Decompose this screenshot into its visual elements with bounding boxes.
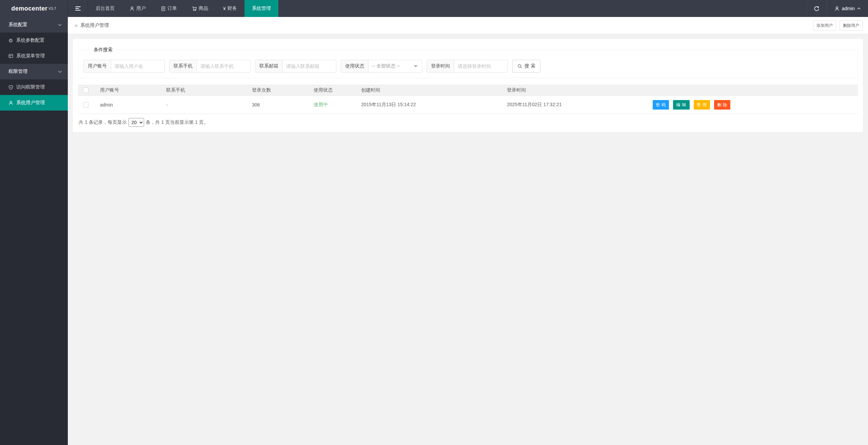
password-button[interactable]: 密 码 — [653, 100, 669, 110]
chevron-down-icon — [58, 71, 62, 73]
window-icon — [8, 54, 13, 58]
nav-item-label: 系统管理 — [252, 5, 271, 12]
delete-button[interactable]: 删 除 — [714, 100, 730, 110]
col-header-status: 使用状态 — [309, 87, 356, 93]
main-content: » 系统用户管理 添加用户 删除用户 条件搜索 用户账号 联系手机 联系邮箱 — [68, 17, 868, 445]
gear-icon: ⚙ — [8, 38, 13, 43]
page-size-select[interactable]: 20 — [129, 118, 144, 127]
username: admin — [842, 6, 855, 11]
cell-account: admin — [95, 102, 161, 108]
nav-item-finance[interactable]: ¥ 财务 — [216, 0, 244, 17]
phone-input[interactable] — [197, 60, 250, 72]
search-fieldset: 条件搜索 用户账号 联系手机 联系邮箱 使用状态 -- 全部 — [78, 47, 858, 78]
col-header-created: 创建时间 — [356, 87, 502, 93]
chevron-up-icon — [857, 7, 861, 9]
users-table: 用户账号 联系手机 登录次数 使用状态 创建时间 登录时间 admin - 30… — [78, 85, 858, 114]
col-header-account: 用户账号 — [95, 87, 161, 93]
sidebar-item-label: 系统参数配置 — [16, 37, 44, 43]
top-header: democenterV3.7 后台首页 用户 订单 商品 ¥ 财务 — [0, 0, 868, 17]
select-arrow-icon — [414, 65, 418, 67]
user-menu[interactable]: admin — [827, 0, 868, 17]
filter-login-time-label: 登录时间 — [427, 60, 454, 72]
nav-item-home[interactable]: 后台首页 — [88, 0, 122, 17]
search-filters: 用户账号 联系手机 联系邮箱 使用状态 -- 全部状态 -- — [83, 60, 852, 73]
content-card: 条件搜索 用户账号 联系手机 联系邮箱 使用状态 -- 全部 — [73, 39, 863, 132]
search-legend: 条件搜索 — [90, 47, 116, 53]
row-actions: 密 码 编 辑 禁 用 删 除 — [648, 100, 858, 110]
filter-status: 使用状态 -- 全部状态 -- — [341, 60, 422, 73]
col-header-last-login: 登录时间 — [502, 87, 648, 93]
collapse-menu-button[interactable] — [68, 0, 88, 17]
nav-item-system[interactable]: 系统管理 — [244, 0, 278, 17]
cart-icon — [192, 6, 197, 11]
disable-button[interactable]: 禁 用 — [694, 100, 710, 110]
sidebar-group-label: 权限管理 — [8, 69, 27, 75]
top-nav: 后台首页 用户 订单 商品 ¥ 财务 系统管理 — [88, 0, 278, 17]
chevron-down-icon — [58, 24, 62, 26]
person-icon — [8, 100, 13, 105]
table-row: admin - 306 使用中 2015年11月13日 15:14:22 202… — [78, 96, 858, 114]
filter-phone-label: 联系手机 — [170, 60, 197, 72]
refresh-icon — [814, 6, 820, 12]
add-user-button[interactable]: 添加用户 — [813, 20, 836, 31]
cell-last-login: 2025年11月02日 17:32:21 — [502, 102, 648, 108]
search-button-label: 搜 索 — [525, 63, 535, 69]
cell-phone: - — [161, 102, 247, 108]
filter-email: 联系邮箱 — [255, 60, 336, 73]
search-button[interactable]: 搜 索 — [512, 60, 540, 73]
search-icon — [517, 64, 522, 69]
yen-icon: ¥ — [223, 6, 226, 11]
account-input[interactable] — [111, 60, 164, 72]
breadcrumb-bar: » 系统用户管理 添加用户 删除用户 — [68, 17, 868, 34]
page-title: 系统用户管理 — [80, 22, 109, 28]
nav-item-label: 用户 — [136, 5, 146, 12]
user-icon — [130, 6, 135, 11]
sidebar-item-system-params[interactable]: ⚙ 系统参数配置 — [0, 33, 68, 48]
app-version: V3.7 — [48, 7, 56, 11]
filter-email-label: 联系邮箱 — [255, 60, 283, 72]
status-select[interactable]: -- 全部状态 -- — [369, 60, 422, 72]
pagination-suffix: 条，共 1 页当前显示第 1 页。 — [146, 119, 209, 125]
row-checkbox[interactable] — [83, 102, 88, 108]
order-icon — [161, 6, 166, 11]
nav-item-label: 订单 — [167, 5, 177, 12]
breadcrumb-caret-icon: » — [75, 22, 78, 28]
select-all-checkbox[interactable] — [83, 88, 88, 93]
edit-button[interactable]: 编 辑 — [673, 100, 689, 110]
nav-item-users[interactable]: 用户 — [122, 0, 153, 17]
cell-created: 2015年11月13日 15:14:22 — [356, 102, 502, 108]
sidebar-group-label: 系统配置 — [8, 22, 27, 28]
email-input[interactable] — [283, 60, 336, 72]
filter-phone: 联系手机 — [169, 60, 251, 73]
login-time-input[interactable] — [454, 60, 508, 72]
table-header-row: 用户账号 联系手机 登录次数 使用状态 创建时间 登录时间 — [78, 85, 858, 96]
sidebar-item-label: 访问权限管理 — [16, 84, 45, 90]
header-right: admin — [806, 0, 868, 17]
delete-user-button[interactable]: 删除用户 — [840, 20, 863, 31]
sidebar-item-system-users[interactable]: 系统用户管理 — [0, 95, 68, 111]
sidebar-item-access-permission[interactable]: 访问权限管理 — [0, 79, 68, 95]
status-badge: 使用中 — [314, 102, 328, 107]
sidebar: 系统配置 ⚙ 系统参数配置 系统菜单管理 权限管理 访问权限管理 系统用户管理 — [0, 17, 68, 445]
sidebar-group-system-config[interactable]: 系统配置 — [0, 17, 68, 33]
shield-check-icon — [8, 85, 13, 90]
app-logo-text: democenter — [11, 5, 47, 12]
nav-item-goods[interactable]: 商品 — [184, 0, 216, 17]
filter-status-label: 使用状态 — [341, 60, 369, 72]
sidebar-item-label: 系统用户管理 — [16, 100, 45, 106]
pagination: 共 1 条记录，每页显示 20 条，共 1 页当前显示第 1 页。 — [78, 118, 858, 127]
status-select-value: -- 全部状态 -- — [372, 63, 400, 69]
nav-item-label: 商品 — [199, 5, 208, 12]
page-actions: 添加用户 删除用户 — [813, 20, 863, 31]
nav-item-orders[interactable]: 订单 — [153, 0, 184, 17]
cell-login-count: 306 — [247, 102, 309, 108]
sidebar-group-permissions[interactable]: 权限管理 — [0, 64, 68, 79]
filter-account: 用户账号 — [83, 60, 165, 73]
sidebar-item-system-menu[interactable]: 系统菜单管理 — [0, 48, 68, 64]
nav-item-label: 财务 — [228, 5, 237, 12]
nav-item-label: 后台首页 — [96, 5, 115, 12]
filter-account-label: 用户账号 — [84, 60, 111, 72]
col-header-login-count: 登录次数 — [247, 87, 309, 93]
refresh-button[interactable] — [806, 0, 827, 17]
sidebar-item-label: 系统菜单管理 — [16, 53, 45, 59]
